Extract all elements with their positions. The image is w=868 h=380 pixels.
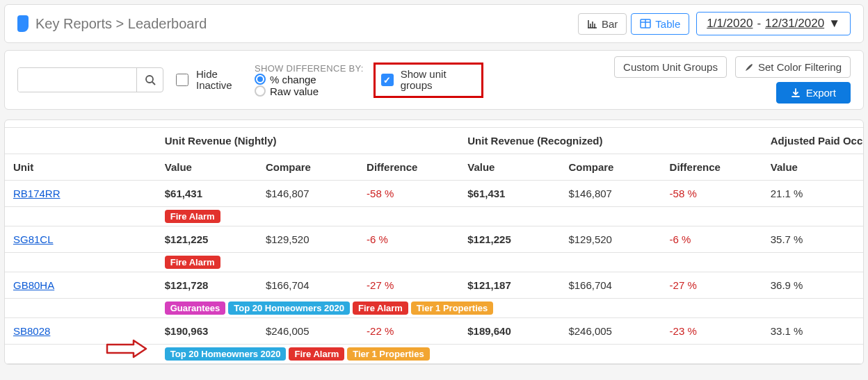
radio-raw-value[interactable]: Raw value: [255, 85, 364, 97]
cell-nightly-diff: -6 %: [358, 226, 459, 253]
search-input[interactable]: [18, 68, 136, 92]
table-row: RB174RR$61,431$146,807-58 %$61,431$146,8…: [5, 181, 863, 207]
show-unit-groups-checkbox[interactable]: ✓: [381, 74, 394, 86]
cell-nightly-value: $61,431: [156, 181, 257, 207]
cell-nightly-compare: $129,520: [257, 226, 358, 253]
cell-occ: 33.1 %: [762, 318, 863, 345]
cell-unit: SG81CL: [5, 226, 156, 253]
unit-group-tag[interactable]: Fire Alarm: [165, 210, 220, 223]
cell-recog-diff: -6 %: [661, 226, 762, 253]
unit-link[interactable]: GB80HA: [13, 279, 54, 291]
cell-recog-value: $61,431: [459, 181, 560, 207]
cell-nightly-value: $121,728: [156, 272, 257, 299]
cell-unit: RB174RR: [5, 181, 156, 207]
cell-tags: Fire Alarm: [156, 253, 863, 272]
cell-tags: GuaranteesTop 20 Homeowners 2020Fire Ala…: [156, 299, 863, 318]
topbar: Key Reports > Leaderboard Bar Table 1/1/…: [4, 4, 864, 43]
unit-group-tag[interactable]: Top 20 Homeowners 2020: [228, 301, 350, 315]
export-button[interactable]: Export: [776, 82, 851, 104]
radio-icon: [255, 74, 266, 85]
unit-link[interactable]: RB174RR: [13, 188, 61, 199]
cell-unit: GB80HA: [5, 272, 156, 299]
export-label: Export: [806, 87, 836, 99]
unit-link[interactable]: SB8028: [13, 325, 50, 337]
unit-group-tag[interactable]: Tier 1 Properties: [347, 347, 429, 361]
col-compare[interactable]: Compare: [257, 154, 358, 181]
tag-row: Fire Alarm: [5, 207, 863, 226]
view-table-label: Table: [655, 18, 680, 30]
header-unit-rev-nightly[interactable]: Unit Revenue (Nightly): [156, 128, 459, 154]
custom-unit-groups-button[interactable]: Custom Unit Groups: [614, 56, 727, 78]
show-unit-groups-label: Show unit groups: [401, 69, 463, 92]
header-unit-rev-recognized[interactable]: Unit Revenue (Recognized): [459, 128, 762, 154]
date-start: 1/1/2020: [707, 17, 753, 31]
breadcrumb: Key Reports > Leaderboard: [35, 16, 571, 32]
cell-recog-value: $121,187: [459, 272, 560, 299]
app-logo-icon: [17, 15, 29, 32]
leaderboard-table: Unit Revenue (Nightly) Unit Revenue (Rec…: [5, 127, 863, 364]
view-toggle: Bar Table: [578, 13, 689, 35]
col-value[interactable]: Value: [459, 154, 560, 181]
cell-nightly-value: $121,225: [156, 226, 257, 253]
unit-group-tag[interactable]: Top 20 Homeowners 2020: [165, 347, 287, 361]
tag-row: Fire Alarm: [5, 253, 863, 272]
cell-nightly-compare: $166,704: [257, 272, 358, 299]
download-icon: [791, 88, 801, 98]
table-row: GB80HA$121,728$166,704-27 %$121,187$166,…: [5, 272, 863, 299]
unit-group-tag[interactable]: Tier 1 Properties: [411, 301, 493, 315]
col-value[interactable]: Value: [762, 154, 863, 181]
unit-group-tag[interactable]: Fire Alarm: [289, 347, 344, 361]
view-bar-label: Bar: [602, 18, 618, 30]
set-color-filtering-label: Set Color Filtering: [758, 61, 842, 73]
col-value[interactable]: Value: [156, 154, 257, 181]
show-difference-label: SHOW DIFFERENCE BY:: [255, 63, 364, 74]
tag-row: GuaranteesTop 20 Homeowners 2020Fire Ala…: [5, 299, 863, 318]
unit-group-tag[interactable]: Fire Alarm: [353, 301, 408, 315]
cell-occ: 35.7 %: [762, 226, 863, 253]
cell-recog-diff: -27 %: [661, 272, 762, 299]
unit-group-tag[interactable]: Fire Alarm: [165, 256, 220, 269]
cell-nightly-diff: -27 %: [358, 272, 459, 299]
cell-tags: Top 20 Homeowners 2020Fire AlarmTier 1 P…: [156, 345, 863, 364]
annotation-arrow-icon: [106, 339, 147, 358]
svg-point-1: [146, 76, 153, 83]
show-unit-groups-box: ✓ Show unit groups: [373, 63, 483, 98]
show-difference-group: SHOW DIFFERENCE BY: % change Raw value: [255, 63, 364, 97]
cell-recog-compare: $129,520: [560, 226, 661, 253]
radio-icon: [255, 85, 266, 97]
view-table-button[interactable]: Table: [631, 13, 689, 35]
unit-group-tag[interactable]: Guarantees: [165, 301, 226, 315]
cell-recog-value: $189,640: [459, 318, 560, 345]
col-difference[interactable]: Difference: [661, 154, 762, 181]
cell-recog-compare: $146,807: [560, 181, 661, 207]
cell-nightly-value: $190,963: [156, 318, 257, 345]
table-row: SG81CL$121,225$129,520-6 %$121,225$129,5…: [5, 226, 863, 253]
cell-occ: 21.1 %: [762, 181, 863, 207]
cell-recog-diff: -23 %: [661, 318, 762, 345]
header-blank: [5, 128, 156, 154]
header-adj-paid-occ[interactable]: Adjusted Paid Occ: [762, 128, 863, 154]
col-compare[interactable]: Compare: [560, 154, 661, 181]
radio-raw-label: Raw value: [270, 85, 319, 97]
cell-recog-diff: -58 %: [661, 181, 762, 207]
unit-link[interactable]: SG81CL: [13, 233, 54, 245]
cell-occ: 36.9 %: [762, 272, 863, 299]
date-end: 12/31/2020: [765, 17, 824, 31]
data-table-wrap: Unit Revenue (Nightly) Unit Revenue (Rec…: [4, 119, 864, 365]
view-bar-button[interactable]: Bar: [578, 13, 627, 35]
col-difference[interactable]: Difference: [358, 154, 459, 181]
hide-inactive-checkbox[interactable]: Hide Inactive: [173, 69, 245, 92]
filter-bar: Hide Inactive SHOW DIFFERENCE BY: % chan…: [4, 50, 864, 110]
cell-tags: Fire Alarm: [156, 207, 863, 226]
radio-pct-change[interactable]: % change: [255, 74, 364, 85]
hide-inactive-input[interactable]: [176, 74, 188, 86]
cell-nightly-diff: -22 %: [358, 318, 459, 345]
search-icon[interactable]: [136, 68, 163, 92]
set-color-filtering-button[interactable]: Set Color Filtering: [735, 56, 851, 78]
hide-inactive-label: Hide Inactive: [196, 69, 245, 92]
chevron-down-icon: ▼: [828, 17, 840, 31]
col-unit[interactable]: Unit: [5, 154, 156, 181]
date-range-picker[interactable]: 1/1/2020 - 12/31/2020 ▼: [696, 12, 851, 35]
brush-icon: [744, 63, 754, 72]
cell-recog-compare: $166,704: [560, 272, 661, 299]
